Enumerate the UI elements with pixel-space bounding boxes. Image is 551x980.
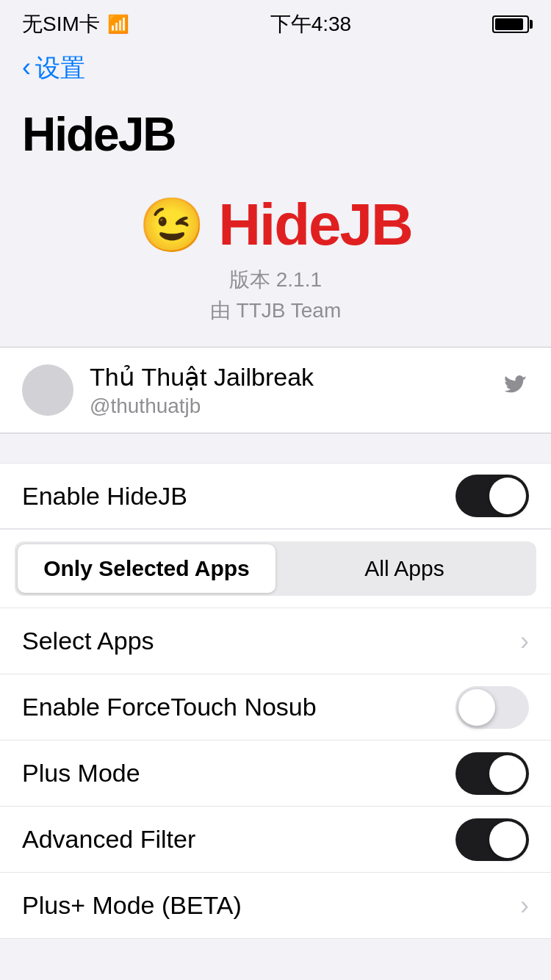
forcetouch-label: Enable ForceTouch Nosub xyxy=(22,693,317,721)
forcetouch-toggle-thumb xyxy=(458,689,495,726)
twitter-icon[interactable] xyxy=(503,375,529,406)
time-label: 下午4:38 xyxy=(270,10,352,38)
enable-hidejb-toggle[interactable] xyxy=(455,475,529,517)
advanced-filter-label: Advanced Filter xyxy=(22,825,195,854)
advanced-filter-toggle-thumb xyxy=(489,821,526,858)
back-chevron-icon: ‹ xyxy=(22,52,31,83)
plus-mode-label: Plus Mode xyxy=(22,759,140,788)
segment-only-selected[interactable]: Only Selected Apps xyxy=(18,544,276,593)
enable-hidejb-label: Enable HideJB xyxy=(22,482,187,511)
app-title-section: HideJB xyxy=(0,93,551,162)
author-handle: @thuthuatjb xyxy=(90,394,486,418)
plus-mode-toggle-thumb xyxy=(489,755,526,792)
select-apps-chevron-icon: › xyxy=(520,626,529,657)
app-info-section: 😉 HideJB 版本 2.1.1 由 TTJB Team xyxy=(0,162,551,347)
avatar xyxy=(22,364,73,416)
wifi-icon: 📶 xyxy=(107,14,129,35)
app-name-large: HideJB xyxy=(218,191,412,259)
select-apps-label: Select Apps xyxy=(22,627,154,655)
toggle-thumb xyxy=(489,478,526,514)
app-version: 版本 2.1.1 xyxy=(229,266,322,294)
back-button[interactable]: ‹ 设置 xyxy=(22,51,529,85)
author-info: Thủ Thuật Jailbreak @thuthuatjb xyxy=(90,362,486,418)
advanced-filter-row: Advanced Filter xyxy=(0,807,551,873)
status-bar: 无SIM卡 📶 下午4:38 xyxy=(0,0,551,44)
plus-beta-label: Plus+ Mode (BETA) xyxy=(22,891,242,920)
carrier-label: 无SIM卡 xyxy=(22,10,100,38)
app-team: 由 TTJB Team xyxy=(210,297,341,325)
select-apps-row[interactable]: Select Apps › xyxy=(0,608,551,674)
app-title: HideJB xyxy=(22,107,529,162)
battery-fill xyxy=(495,18,523,30)
forcetouch-toggle[interactable] xyxy=(455,686,529,729)
author-name: Thủ Thuật Jailbreak xyxy=(90,362,486,392)
app-emoji: 😉 xyxy=(139,194,205,256)
nav-bar: ‹ 设置 xyxy=(0,44,551,93)
segment-row: Only Selected Apps All Apps xyxy=(0,529,551,608)
plus-mode-row: Plus Mode xyxy=(0,741,551,807)
advanced-filter-toggle[interactable] xyxy=(455,818,529,861)
status-left: 无SIM卡 📶 xyxy=(22,10,129,38)
plus-beta-row[interactable]: Plus+ Mode (BETA) › xyxy=(0,873,551,939)
divider-2 xyxy=(0,433,551,433)
app-icon-row: 😉 HideJB xyxy=(139,191,412,259)
battery-icon xyxy=(492,15,529,33)
author-section: Thủ Thuật Jailbreak @thuthuatjb xyxy=(0,347,551,433)
back-label: 设置 xyxy=(35,51,85,85)
segment-all-apps[interactable]: All Apps xyxy=(276,544,533,593)
forcetouch-row: Enable ForceTouch Nosub xyxy=(0,674,551,741)
plus-mode-toggle[interactable] xyxy=(455,752,529,795)
segment-control: Only Selected Apps All Apps xyxy=(15,541,536,596)
enable-hidejb-row: Enable HideJB xyxy=(0,463,551,529)
settings-section: Enable HideJB Only Selected Apps All App… xyxy=(0,463,551,939)
plus-beta-chevron-icon: › xyxy=(520,890,529,921)
